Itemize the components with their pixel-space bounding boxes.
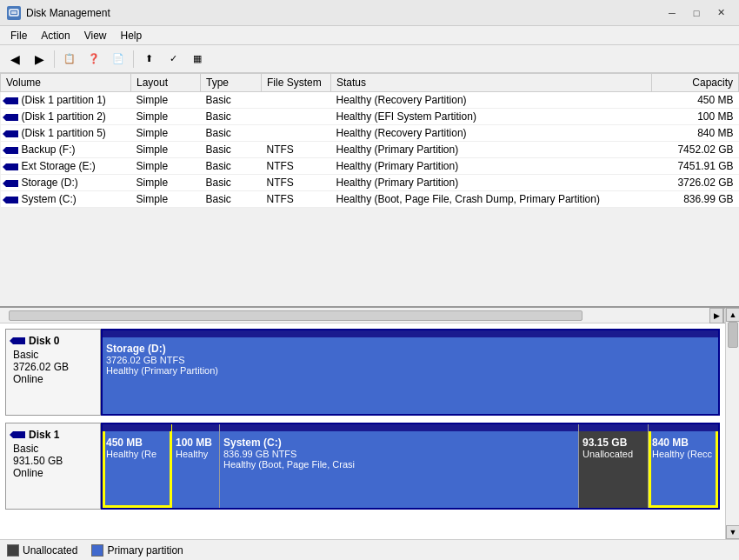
cell-layout: Simple <box>131 125 201 142</box>
cell-fs <box>262 109 331 125</box>
back-button[interactable]: ◀ <box>3 48 26 70</box>
partition-storage-d[interactable]: Storage (D:) 3726.02 GB NTFS Healthy (Pr… <box>103 330 718 414</box>
partition-top-bar <box>172 424 219 431</box>
cell-volume: (Disk 1 partition 1) <box>1 92 131 109</box>
disk-status: Online <box>13 467 93 479</box>
volume-icon <box>6 97 18 104</box>
list-button[interactable]: 📄 <box>107 48 130 70</box>
cell-capacity: 100 MB <box>652 109 739 125</box>
cell-capacity: 450 MB <box>652 92 739 109</box>
partition-size: 836.99 GB NTFS <box>223 449 575 459</box>
col-header-volume: Volume <box>1 74 131 92</box>
toolbar: ◀ ▶ 📋 ❓ 📄 ⬆ ✓ ▦ <box>0 45 739 73</box>
disk-visual-area[interactable]: Disk 0 Basic 3726.02 GB Online Storage (… <box>0 323 739 539</box>
cell-status: Healthy (Primary Partition) <box>331 158 652 175</box>
menu-view[interactable]: View <box>77 28 114 43</box>
app-icon <box>7 6 21 20</box>
up-button[interactable]: ⬆ <box>137 48 160 70</box>
table-row[interactable]: Ext Storage (E:) Simple Basic NTFS Healt… <box>1 158 739 175</box>
partition-disk1-p4[interactable]: 93.15 GB Unallocated <box>579 424 649 508</box>
scroll-thumb-v[interactable] <box>728 322 738 348</box>
partition-name: 840 MB <box>652 437 715 449</box>
close-button[interactable]: ✕ <box>709 4 732 22</box>
table-row[interactable]: (Disk 1 partition 1) Simple Basic Health… <box>1 92 739 109</box>
minimize-button[interactable]: ─ <box>661 4 683 22</box>
menu-help[interactable]: Help <box>114 28 150 43</box>
partition-top-bar <box>220 424 578 431</box>
partition-top-bar <box>649 424 718 431</box>
col-header-layout: Layout <box>131 74 201 92</box>
partition-disk1-p1[interactable]: 450 MB Healthy (Re <box>103 424 172 508</box>
scroll-thumb[interactable] <box>9 310 583 321</box>
disk-name: Disk 1 <box>13 429 93 441</box>
disk-partitions: Storage (D:) 3726.02 GB NTFS Healthy (Pr… <box>101 329 720 416</box>
forward-button[interactable]: ▶ <box>28 48 50 70</box>
cell-capacity: 840 MB <box>652 125 739 142</box>
cell-fs: NTFS <box>262 142 331 158</box>
cell-status: Healthy (Primary Partition) <box>331 142 652 158</box>
disk-table-area[interactable]: Volume Layout Type File System Status Ca… <box>0 73 739 308</box>
cell-status: Healthy (Boot, Page File, Crash Dump, Pr… <box>331 191 652 208</box>
cell-status: Healthy (EFI System Partition) <box>331 109 652 125</box>
partition-info: Healthy (Recc <box>652 449 715 459</box>
partition-info: Healthy (Boot, Page File, Crasi <box>223 459 575 470</box>
menu-action[interactable]: Action <box>34 28 77 43</box>
disk-partitions: 450 MB Healthy (Re 100 MB Healthy System… <box>101 423 720 510</box>
volume-icon <box>6 180 18 187</box>
legend-primary-label: Primary partition <box>107 544 183 557</box>
table-row[interactable]: Backup (F:) Simple Basic NTFS Healthy (P… <box>1 142 739 158</box>
check-button[interactable]: ✓ <box>162 48 184 70</box>
table-row[interactable]: System (C:) Simple Basic NTFS Healthy (B… <box>1 191 739 208</box>
disk-label: Disk 1 Basic 931.50 GB Online <box>5 423 101 510</box>
cell-fs <box>262 92 331 109</box>
cell-type: Basic <box>201 158 262 175</box>
partition-disk1-p2[interactable]: 100 MB Healthy <box>172 424 220 508</box>
table-row[interactable]: (Disk 1 partition 5) Simple Basic Health… <box>1 125 739 142</box>
cell-capacity: 7452.02 GB <box>652 142 739 158</box>
partition-disk1-p5[interactable]: 840 MB Healthy (Recc <box>649 424 718 508</box>
title-bar: Disk Management ─ □ ✕ <box>0 0 739 26</box>
partition-size: 3726.02 GB NTFS <box>106 355 715 365</box>
cell-type: Basic <box>201 142 262 158</box>
cell-fs: NTFS <box>262 158 331 175</box>
main-area: Volume Layout Type File System Status Ca… <box>0 73 739 560</box>
scroll-right-arrow[interactable]: ▶ <box>709 308 723 323</box>
help-button[interactable]: ❓ <box>83 48 105 70</box>
cell-type: Basic <box>201 125 262 142</box>
disk-size: 3726.02 GB <box>13 361 93 373</box>
legend-unallocated: Unallocated <box>7 544 77 557</box>
maximize-button[interactable]: □ <box>685 4 708 22</box>
cell-status: Healthy (Recovery Partition) <box>331 125 652 142</box>
partition-info: Healthy <box>176 449 216 459</box>
legend-primary: Primary partition <box>91 544 183 557</box>
disk-type: Basic <box>13 443 93 455</box>
menu-file[interactable]: File <box>3 28 34 43</box>
horizontal-scrollbar[interactable]: ▶ <box>0 308 739 323</box>
cell-volume: System (C:) <box>1 191 131 208</box>
view-button[interactable]: ▦ <box>186 48 209 70</box>
table-row[interactable]: (Disk 1 partition 2) Simple Basic Health… <box>1 109 739 125</box>
scroll-down-arrow[interactable]: ▼ <box>726 525 739 539</box>
disk-type: Basic <box>13 349 93 361</box>
volume-icon <box>6 163 18 170</box>
cell-type: Basic <box>201 175 262 191</box>
scroll-up-arrow[interactable]: ▲ <box>726 308 739 322</box>
volume-icon <box>6 114 18 121</box>
volume-icon <box>6 197 18 203</box>
window-title: Disk Management <box>26 7 110 19</box>
cell-layout: Simple <box>131 158 201 175</box>
cell-status: Healthy (Recovery Partition) <box>331 92 652 109</box>
disk-row-disk0: Disk 0 Basic 3726.02 GB Online Storage (… <box>5 329 720 416</box>
properties-button[interactable]: 📋 <box>58 48 81 70</box>
partition-disk1-p3[interactable]: System (C:) 836.99 GB NTFS Healthy (Boot… <box>220 424 579 508</box>
cell-volume: Storage (D:) <box>1 175 131 191</box>
col-header-type: Type <box>201 74 262 92</box>
disk-row-disk1: Disk 1 Basic 931.50 GB Online 450 MB Hea… <box>5 423 720 510</box>
table-row[interactable]: Storage (D:) Simple Basic NTFS Healthy (… <box>1 175 739 191</box>
disk-name: Disk 0 <box>13 335 93 347</box>
partition-top-bar <box>579 424 648 431</box>
vertical-scrollbar[interactable]: ▲ ▼ <box>725 308 739 539</box>
svg-rect-1 <box>11 11 17 14</box>
partition-name: System (C:) <box>223 437 575 449</box>
scroll-track <box>726 322 739 525</box>
